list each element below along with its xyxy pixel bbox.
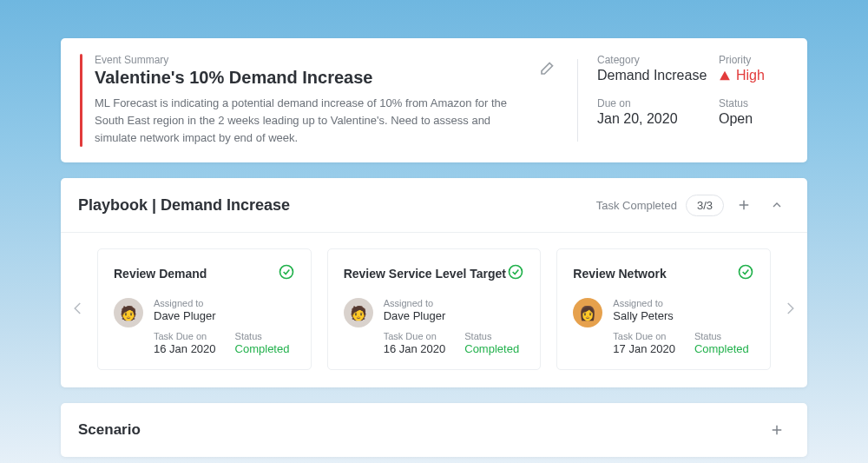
- edit-button[interactable]: [534, 57, 558, 85]
- category-value: Demand Increase: [597, 68, 710, 83]
- plus-icon: [736, 197, 752, 213]
- task-due: 16 Jan 2020: [384, 342, 446, 355]
- chevron-up-icon: [770, 198, 784, 212]
- divider: [577, 59, 578, 142]
- avatar: 🧑: [114, 298, 143, 327]
- summary-description: ML Forecast is indicating a potential de…: [95, 95, 525, 147]
- assigned-label: Assigned to: [384, 298, 525, 308]
- avatar-glyph: 🧑: [350, 305, 367, 321]
- avatar: 🧑: [344, 298, 373, 327]
- task-status-label: Status: [464, 331, 519, 341]
- scenario-title: Scenario: [78, 421, 764, 439]
- summary-main: Event Summary Valentine's 10% Demand Inc…: [95, 54, 534, 147]
- status-block: Status Open: [719, 97, 788, 127]
- playbook-card: Playbook | Demand Increase Task Complete…: [61, 178, 807, 387]
- category-label: Category: [597, 54, 710, 66]
- scenario-add-button[interactable]: [764, 417, 790, 443]
- assignee: Sally Peters: [613, 309, 754, 322]
- playbook-header: Playbook | Demand Increase Task Complete…: [61, 178, 807, 233]
- priority-label: Priority: [719, 54, 788, 66]
- meta-col-2: Priority High Status Open: [719, 54, 788, 147]
- assignee: Dave Pluger: [384, 309, 525, 322]
- warning-icon: [719, 69, 731, 82]
- due-value: Jan 20, 2020: [597, 111, 710, 127]
- task-due: 17 Jan 2020: [613, 342, 675, 355]
- avatar-glyph: 👩: [579, 305, 596, 321]
- task-title: Review Network: [573, 267, 666, 281]
- task-status: Completed: [464, 342, 519, 355]
- summary-title: Valentine's 10% Demand Increase: [95, 68, 525, 88]
- svg-point-1: [510, 266, 523, 279]
- task-card[interactable]: Review Demand 🧑 Assigned to Dave Pluger: [97, 248, 312, 370]
- check-circle-icon: [737, 263, 754, 284]
- task-due: 16 Jan 2020: [154, 342, 216, 355]
- assignee: Dave Pluger: [154, 309, 295, 322]
- svg-point-2: [740, 266, 753, 279]
- tasks-next-button[interactable]: [779, 288, 800, 332]
- svg-point-0: [279, 266, 293, 279]
- task-completed-count: 3/3: [686, 195, 724, 216]
- event-summary-card: Event Summary Valentine's 10% Demand Inc…: [61, 38, 807, 162]
- priority-value: High: [719, 68, 788, 83]
- playbook-body: Review Demand 🧑 Assigned to Dave Pluger: [61, 233, 807, 387]
- task-title: Review Demand: [114, 267, 207, 281]
- task-card[interactable]: Review Network 👩 Assigned to Sally Peter…: [556, 248, 771, 370]
- category-block: Category Demand Increase: [597, 54, 710, 83]
- meta-col-1: Category Demand Increase Due on Jan 20, …: [597, 54, 710, 147]
- task-due-label: Task Due on: [613, 331, 675, 341]
- chevron-left-icon: [70, 295, 86, 325]
- scenario-card: Scenario: [61, 403, 807, 457]
- assigned-label: Assigned to: [613, 298, 754, 308]
- status-label: Status: [719, 97, 788, 109]
- due-block: Due on Jan 20, 2020: [597, 97, 710, 127]
- playbook-add-button[interactable]: [731, 192, 757, 218]
- check-circle-icon: [278, 263, 295, 284]
- status-value: Open: [719, 111, 788, 127]
- summary-label: Event Summary: [95, 54, 525, 66]
- playbook-collapse-button[interactable]: [764, 192, 790, 218]
- task-title: Review Service Level Target: [344, 267, 506, 281]
- priority-text: High: [736, 68, 765, 83]
- chevron-right-icon: [782, 295, 798, 325]
- due-label: Due on: [597, 97, 710, 109]
- task-due-label: Task Due on: [384, 331, 446, 341]
- assigned-label: Assigned to: [154, 298, 295, 308]
- pencil-icon: [537, 66, 555, 81]
- playbook-title: Playbook | Demand Increase: [78, 196, 596, 215]
- task-status: Completed: [235, 342, 290, 355]
- plus-icon: [769, 422, 785, 438]
- task-status: Completed: [694, 342, 749, 355]
- task-status-label: Status: [235, 331, 290, 341]
- task-card[interactable]: Review Service Level Target 🧑 Assigned t…: [327, 248, 542, 370]
- tasks-prev-button[interactable]: [68, 288, 89, 332]
- avatar: 👩: [573, 298, 602, 327]
- task-due-label: Task Due on: [154, 331, 216, 341]
- task-completed-label: Task Completed: [596, 199, 677, 212]
- priority-block: Priority High: [719, 54, 788, 83]
- task-status-label: Status: [694, 331, 749, 341]
- accent-bar: [80, 54, 82, 147]
- check-circle-icon: [507, 263, 524, 284]
- avatar-glyph: 🧑: [120, 305, 137, 321]
